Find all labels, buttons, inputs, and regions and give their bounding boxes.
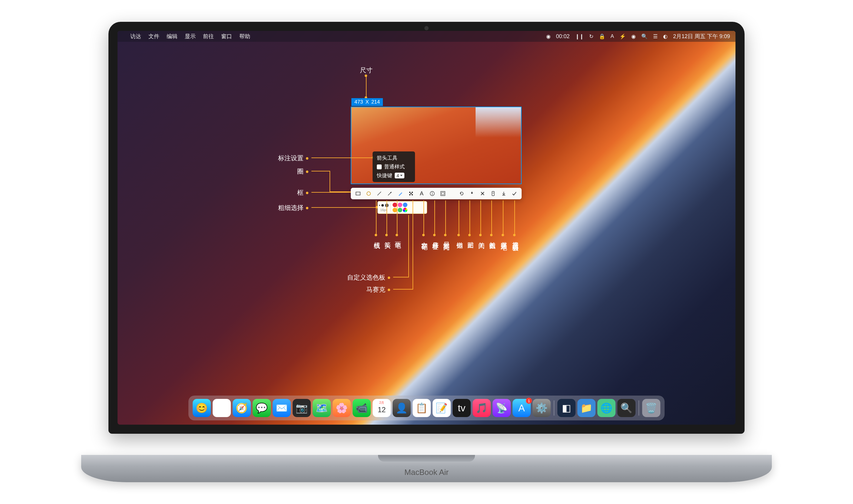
- tool-close[interactable]: [478, 189, 487, 198]
- ann-dot: [479, 234, 482, 236]
- vlabel-line: 横线: [373, 237, 381, 238]
- tool-number[interactable]: 1: [428, 189, 437, 198]
- svg-rect-8: [409, 194, 411, 195]
- menu-view[interactable]: 显示: [185, 33, 196, 40]
- vlabel-undo: 撤销: [456, 237, 464, 238]
- dock-app4[interactable]: 🔍: [617, 399, 636, 417]
- swatch-red[interactable]: [393, 203, 397, 207]
- hotkey-label: 快捷键: [377, 172, 392, 179]
- dock-appstore[interactable]: A: [512, 399, 531, 417]
- ann-line: [503, 200, 504, 234]
- dock-launchpad[interactable]: ⊞: [213, 399, 231, 417]
- tool-pen[interactable]: [396, 189, 405, 198]
- menubar: 访达 文件 编辑 显示 前往 窗口 帮助 ◉ 00:02 ❙❙ ↻ 🔒 A ⚡ …: [117, 31, 736, 42]
- tool-scroll-capture[interactable]: [488, 189, 498, 198]
- dock-facetime[interactable]: 📹: [352, 399, 371, 417]
- vlabel-brush: 画笔: [394, 237, 402, 238]
- menu-edit[interactable]: 编辑: [167, 33, 178, 40]
- dock-maps[interactable]: 🗺️: [313, 399, 331, 417]
- battery-icon[interactable]: ⚡: [619, 33, 626, 40]
- dock-finder[interactable]: 😊: [193, 399, 211, 417]
- svg-rect-13: [442, 192, 444, 195]
- style-checkbox[interactable]: [377, 164, 382, 169]
- tool-save[interactable]: [499, 189, 509, 198]
- dock-safari[interactable]: 🧭: [233, 399, 251, 417]
- ann-line: [386, 200, 387, 234]
- ann-line: [459, 200, 459, 234]
- siri-icon[interactable]: ◐: [663, 33, 668, 40]
- tool-copy[interactable]: [509, 189, 519, 198]
- pause-icon[interactable]: ❙❙: [575, 33, 584, 40]
- menu-file[interactable]: 文件: [148, 33, 159, 40]
- ann-dot: [433, 234, 436, 236]
- laptop-label: MacBook Air: [404, 468, 449, 477]
- swatch-orange[interactable]: [393, 208, 397, 212]
- svg-rect-5: [409, 192, 411, 193]
- laptop-hinge-notch: [378, 455, 475, 462]
- swatch-pink[interactable]: [398, 203, 402, 207]
- ann-line: [393, 277, 408, 277]
- dock-contacts[interactable]: 👤: [393, 399, 411, 417]
- dock-screenshot[interactable]: 📷: [293, 399, 311, 417]
- size-selector[interactable]: 16px: [379, 203, 388, 212]
- sync-icon[interactable]: ↻: [589, 33, 594, 40]
- control-center-icon[interactable]: ☰: [653, 33, 658, 40]
- search-icon[interactable]: 🔍: [641, 33, 648, 40]
- tool-highlight[interactable]: [438, 189, 448, 198]
- tool-undo[interactable]: [456, 189, 466, 198]
- tool-mosaic[interactable]: [406, 189, 416, 198]
- menu-window[interactable]: 窗口: [221, 33, 232, 40]
- dock-trash[interactable]: 🗑️: [642, 399, 660, 417]
- dock-calendar[interactable]: 2月12: [373, 399, 391, 417]
- ann-thickness: 粗细选择: [260, 203, 308, 212]
- menu-help[interactable]: 帮助: [239, 33, 250, 40]
- swatch-blue[interactable]: [403, 203, 407, 207]
- dock-messages[interactable]: 💬: [253, 399, 271, 417]
- ann-dot: [422, 234, 425, 236]
- ann-settings: 标注设置: [260, 154, 308, 162]
- laptop-base: MacBook Air: [81, 455, 772, 482]
- ann-line: [480, 200, 481, 234]
- dock-photos[interactable]: 🌸: [332, 399, 351, 417]
- vlabel-pin: 贴图: [467, 237, 475, 238]
- menu-finder[interactable]: 访达: [130, 33, 141, 40]
- vlabel-text: 文字标记: [420, 237, 429, 239]
- ann-line: [366, 76, 366, 96]
- dock-reminders[interactable]: 📋: [413, 399, 431, 417]
- input-icon[interactable]: A: [611, 33, 614, 39]
- vlabel-scroll: 长截图: [488, 237, 497, 239]
- dock-app3[interactable]: 🌐: [597, 399, 616, 417]
- hotkey-dropdown[interactable]: 4: [395, 173, 404, 178]
- tool-text[interactable]: A: [417, 189, 426, 198]
- dock-notes[interactable]: 📝: [433, 399, 451, 417]
- dock-music[interactable]: 🎵: [473, 399, 491, 417]
- menu-go[interactable]: 前往: [203, 33, 214, 40]
- swatch-custom[interactable]: [403, 208, 407, 212]
- swatch-green[interactable]: [398, 208, 402, 212]
- tool-arrow[interactable]: [385, 189, 395, 198]
- dock-separator: [554, 400, 554, 416]
- dock-app1[interactable]: ◧: [557, 399, 576, 417]
- lock-icon[interactable]: 🔒: [599, 33, 605, 40]
- ann-dot: [502, 234, 504, 236]
- tool-circle[interactable]: [364, 189, 374, 198]
- ann-line: [311, 207, 377, 208]
- ann-dot: [396, 234, 398, 236]
- dock-podcasts[interactable]: 📡: [492, 399, 511, 417]
- ann-line: [413, 200, 413, 290]
- dock-separator: [638, 400, 639, 416]
- ann-mosaic: 马赛克: [342, 285, 390, 294]
- record-icon[interactable]: ◉: [546, 33, 551, 40]
- tool-rect[interactable]: [353, 189, 363, 198]
- dock-app2[interactable]: 📁: [577, 399, 596, 417]
- dock-settings[interactable]: ⚙️: [532, 399, 551, 417]
- tool-tooltip: 箭头工具 普通样式 快捷键 4: [373, 151, 415, 182]
- datetime[interactable]: 2月12日 周五 下午 9:09: [673, 33, 730, 40]
- tool-line[interactable]: [375, 189, 384, 198]
- wifi-icon[interactable]: ◉: [631, 33, 636, 40]
- dock-tv[interactable]: tv: [453, 399, 471, 417]
- tool-pin[interactable]: [467, 189, 477, 198]
- svg-rect-7: [411, 193, 412, 194]
- dock-mail[interactable]: ✉️: [273, 399, 291, 417]
- ann-dot: [385, 234, 388, 236]
